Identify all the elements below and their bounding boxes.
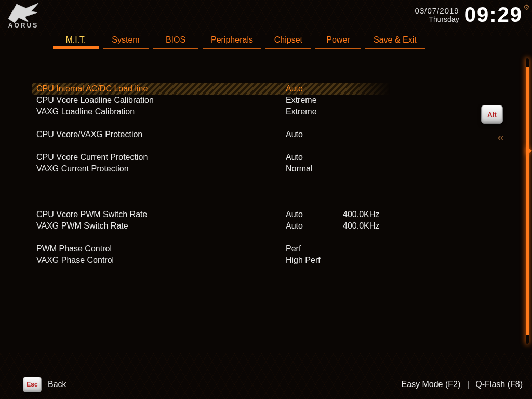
setting-value: Normal <box>286 163 343 175</box>
spacer <box>36 117 421 129</box>
alt-key-label: Alt <box>487 111 496 118</box>
setting-label: PWM Phase Control <box>36 243 286 255</box>
gear-icon[interactable]: ⚙ <box>523 3 530 11</box>
setting-label: VAXG Current Protection <box>36 163 286 175</box>
setting-row[interactable]: PWM Phase ControlPerf <box>36 243 421 255</box>
setting-label: CPU Vcore Loadline Calibration <box>36 95 286 106</box>
setting-label: VAXG PWM Switch Rate <box>36 220 286 232</box>
setting-row[interactable]: VAXG Loadline CalibrationExtreme <box>36 106 421 117</box>
setting-value: Perf <box>286 243 343 255</box>
top-tabs: M.I.T.SystemBIOSPeripheralsChipsetPowerS… <box>53 33 425 49</box>
back-button[interactable]: Esc Back <box>23 377 66 392</box>
clock-text: 09:29 <box>464 3 523 26</box>
setting-label: CPU Internal AC/DC Load line <box>36 83 286 95</box>
setting-row[interactable]: CPU Vcore Loadline CalibrationExtreme <box>36 95 421 106</box>
setting-value: Extreme <box>286 106 343 117</box>
setting-row[interactable]: CPU Vcore PWM Switch RateAuto400.0KHz <box>36 209 421 220</box>
tab-peripherals[interactable]: Peripherals <box>203 33 261 49</box>
setting-value: Auto <box>286 83 343 95</box>
right-rail <box>522 58 532 344</box>
setting-row[interactable]: VAXG Phase ControlHigh Perf <box>36 255 421 266</box>
tab-m-i-t[interactable]: M.I.T. <box>53 33 99 49</box>
spacer <box>36 232 421 243</box>
tab-system[interactable]: System <box>103 33 149 49</box>
setting-label: VAXG Phase Control <box>36 255 286 266</box>
footer-divider: | <box>467 380 469 389</box>
setting-row[interactable]: CPU Vcore/VAXG ProtectionAuto <box>36 129 421 140</box>
tab-save-exit[interactable]: Save & Exit <box>365 33 425 49</box>
esc-key-icon: Esc <box>23 377 42 392</box>
brand-name: AORUS <box>8 22 38 29</box>
setting-row[interactable]: VAXG Current ProtectionNormal <box>36 163 421 175</box>
setting-value: Auto <box>286 209 343 220</box>
chevron-left-icon[interactable]: « <box>498 131 500 144</box>
setting-row[interactable]: VAXG PWM Switch RateAuto400.0KHz <box>36 220 421 232</box>
rail-arrow-icon[interactable] <box>526 145 532 156</box>
tab-power[interactable]: Power <box>315 33 361 49</box>
qflash-link[interactable]: Q-Flash (F8) <box>475 380 523 389</box>
spacer <box>36 140 421 152</box>
setting-label: CPU Vcore Current Protection <box>36 152 286 163</box>
mode-hints: Easy Mode (F2) | Q-Flash (F8) <box>401 380 523 389</box>
setting-value: High Perf <box>286 255 343 266</box>
setting-value: Extreme <box>286 95 343 106</box>
footer: Esc Back Easy Mode (F2) | Q-Flash (F8) <box>0 373 532 399</box>
spacer <box>36 197 421 209</box>
setting-extra: 400.0KHz <box>343 209 421 220</box>
dow-text: Thursday <box>415 15 459 23</box>
easy-mode-link[interactable]: Easy Mode (F2) <box>401 380 460 389</box>
back-label: Back <box>48 380 66 389</box>
rail-glow <box>526 58 529 344</box>
setting-label: CPU Vcore PWM Switch Rate <box>36 209 286 220</box>
setting-label: VAXG Loadline Calibration <box>36 106 286 117</box>
settings-panel: CPU Internal AC/DC Load lineAutoCPU Vcor… <box>36 83 421 266</box>
spacer <box>36 175 421 186</box>
date-text: 03/07/2019 <box>415 6 459 15</box>
setting-value: Auto <box>286 129 343 140</box>
spacer <box>36 186 421 197</box>
setting-extra: 400.0KHz <box>343 220 421 232</box>
header: AORUS ⚙ 03/07/2019 Thursday 09:29 M.I.T.… <box>0 0 532 50</box>
eagle-icon <box>5 1 42 24</box>
setting-value: Auto <box>286 220 343 232</box>
setting-label: CPU Vcore/VAXG Protection <box>36 129 286 140</box>
brand-logo: AORUS <box>5 1 42 29</box>
tab-bios[interactable]: BIOS <box>153 33 198 49</box>
tab-chipset[interactable]: Chipset <box>265 33 311 49</box>
datetime-block: 03/07/2019 Thursday 09:29 <box>415 3 523 26</box>
setting-value: Auto <box>286 152 343 163</box>
alt-key-button[interactable]: Alt <box>481 105 503 124</box>
setting-row[interactable]: CPU Vcore Current ProtectionAuto <box>36 152 421 163</box>
setting-row[interactable]: CPU Internal AC/DC Load lineAuto <box>36 83 421 95</box>
